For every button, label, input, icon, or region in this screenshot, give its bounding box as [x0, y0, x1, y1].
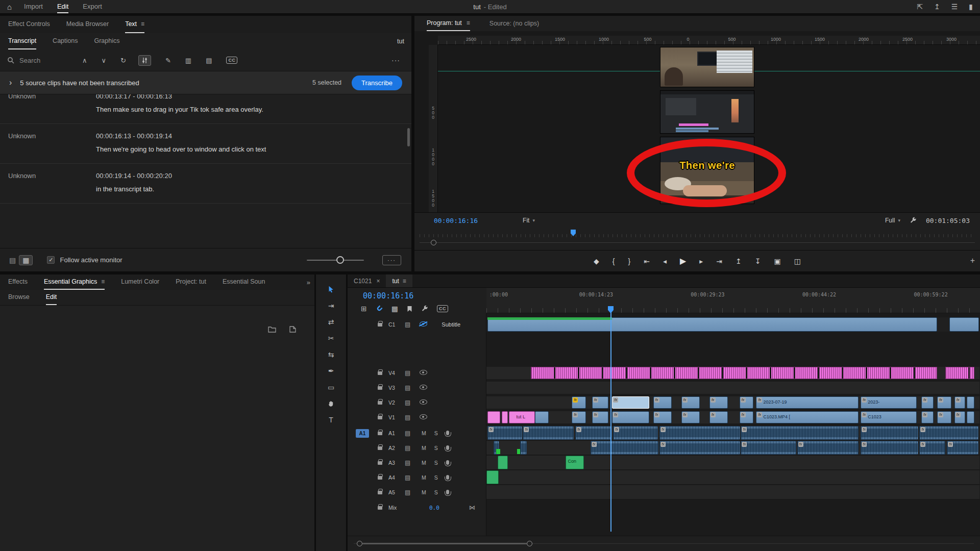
snap-icon[interactable] — [376, 305, 383, 312]
audio-clip[interactable] — [520, 441, 527, 455]
add-marker-button[interactable]: ◆ — [594, 258, 599, 265]
new-item-icon[interactable] — [289, 326, 296, 334]
transcript-segment[interactable]: Unknown00:00:16:13 - 00:00:19:14Then we'… — [0, 124, 411, 164]
type-tool[interactable]: T — [324, 414, 338, 425]
video-track-header[interactable]: V4▤ — [348, 367, 486, 379]
video-clip[interactable] — [487, 411, 500, 423]
transcript-speaker[interactable]: Unknown — [8, 132, 96, 153]
tab-transcript[interactable]: Transcript — [8, 33, 36, 49]
previous-match-icon[interactable]: ∧ — [82, 55, 87, 66]
audio-clip[interactable]: fx — [741, 426, 859, 440]
slip-tool[interactable]: ⇆ — [324, 349, 338, 360]
top-tab-export[interactable]: Export — [83, 0, 102, 13]
video-clip[interactable]: fx — [954, 396, 965, 409]
video-clip[interactable] — [502, 411, 508, 423]
mute-button[interactable]: M — [421, 489, 427, 495]
toggle-track-output-icon[interactable] — [420, 321, 427, 328]
mix-level-value[interactable]: 0.0 — [429, 505, 439, 511]
tab-graphics[interactable]: Graphics — [94, 33, 119, 49]
audio-track-lane[interactable] — [486, 470, 979, 485]
audio-clip[interactable] — [486, 470, 499, 484]
audio-clip[interactable]: fx — [741, 441, 796, 455]
transcript-scrollbar[interactable] — [407, 128, 410, 146]
video-track-lane[interactable] — [486, 382, 979, 394]
panel-tab-essential-soun[interactable]: Essential Soun — [223, 274, 265, 290]
mute-button[interactable]: M — [421, 445, 427, 451]
audio-track-header[interactable]: A4▤MS — [348, 470, 486, 485]
audio-clip[interactable]: fx — [487, 426, 522, 440]
mute-button[interactable]: M — [421, 460, 427, 466]
video-clip[interactable]: fx2023- — [861, 396, 917, 409]
audio-clip[interactable]: fx — [797, 441, 859, 455]
audio-clip[interactable]: fx — [523, 426, 573, 440]
scrollbar-thumb[interactable] — [362, 543, 527, 544]
video-clip[interactable]: fx — [572, 396, 586, 409]
lock-icon[interactable] — [378, 399, 382, 406]
text-size-slider[interactable] — [307, 256, 364, 264]
source-patch-icon[interactable]: ▤ — [405, 460, 410, 466]
video-track-header[interactable]: V3▤ — [348, 382, 486, 394]
sequence-tab-tut[interactable]: tut≡ — [386, 274, 412, 287]
edit-transcript-icon[interactable]: ✎ — [165, 55, 171, 66]
audio-clip[interactable]: fx — [591, 441, 658, 455]
extract-button[interactable]: ↧ — [755, 258, 761, 265]
timeline-playhead[interactable] — [610, 306, 611, 532]
toggle-track-output-icon[interactable] — [420, 414, 427, 420]
video-clip[interactable]: fx — [612, 396, 649, 409]
next-match-icon[interactable]: ∨ — [102, 55, 107, 66]
lock-icon[interactable] — [378, 460, 382, 466]
video-clip[interactable]: fx — [592, 411, 608, 423]
audio-clip[interactable] — [498, 456, 508, 469]
video-clip-sequence[interactable] — [531, 367, 937, 379]
more-options-icon[interactable]: ··· — [391, 57, 404, 64]
panel-tab-effects[interactable]: Effects — [8, 274, 28, 290]
audio-clip[interactable]: fx — [919, 441, 945, 455]
video-clip[interactable] — [535, 411, 549, 423]
video-clip[interactable]: fx — [709, 396, 728, 409]
panel-tab-effect-controls[interactable]: Effect Controls — [8, 16, 50, 33]
source-patch-icon[interactable]: ▤ — [405, 399, 410, 406]
video-clip[interactable]: fx — [653, 396, 672, 409]
panel-menu-icon[interactable]: ≡ — [101, 279, 105, 285]
transcript-segment[interactable]: Unknown00:00:13:17 - 00:00:16:13Then mak… — [0, 94, 411, 124]
mute-button[interactable]: M — [421, 430, 427, 436]
video-clip[interactable]: fx — [740, 396, 753, 409]
transcript-speaker[interactable]: Unknown — [8, 94, 96, 113]
timeline-settings-icon[interactable] — [421, 305, 428, 312]
transcript-settings-icon[interactable] — [138, 55, 151, 66]
source-patch-icon[interactable]: ▤ — [405, 489, 410, 495]
crossfade-icon[interactable]: ⋈ — [469, 505, 475, 511]
lock-icon[interactable] — [378, 474, 382, 481]
video-clip[interactable]: fx — [709, 411, 728, 423]
retranscribe-icon[interactable]: ↻ — [120, 55, 126, 66]
home-icon[interactable]: ⌂ — [7, 3, 12, 11]
tab-captions[interactable]: Captions — [53, 33, 78, 49]
play-button[interactable]: ▶ — [680, 257, 686, 265]
source-patch-icon[interactable]: ▤ — [405, 370, 410, 376]
program-zoom-bar[interactable] — [414, 239, 980, 246]
video-clip[interactable] — [967, 411, 974, 423]
tab-browse[interactable]: Browse — [8, 290, 30, 305]
step-forward-button[interactable]: ▸ — [699, 258, 703, 265]
scrollbar-left-handle[interactable] — [357, 541, 362, 546]
mic-icon[interactable] — [446, 445, 449, 451]
video-clip[interactable]: fxC1023 — [861, 411, 917, 423]
lock-icon[interactable] — [378, 370, 382, 376]
panel-tab-text[interactable]: Text≡ — [125, 16, 144, 33]
lock-icon[interactable] — [378, 321, 382, 328]
search-input[interactable] — [19, 57, 68, 64]
panel-tab-lumetri-color[interactable]: Lumetri Color — [121, 274, 159, 290]
razor-tool[interactable]: ✂ — [324, 333, 338, 344]
panel-tab-project-tut[interactable]: Project: tut — [176, 274, 206, 290]
mark-out-button[interactable]: } — [628, 258, 631, 265]
panel-overflow-icon[interactable]: » — [307, 274, 310, 290]
export-frame-button[interactable]: ▣ — [774, 258, 781, 265]
tab-edit[interactable]: Edit — [46, 290, 57, 305]
video-clip[interactable]: fx — [937, 411, 951, 423]
settings-wrench-icon[interactable] — [910, 217, 917, 224]
mark-in-button[interactable]: { — [612, 258, 615, 265]
rectangle-tool[interactable]: ▭ — [324, 382, 338, 393]
lock-icon[interactable] — [378, 445, 382, 451]
transcript-text[interactable]: Then make sure to drag in your Tik tok s… — [96, 106, 403, 113]
quick-export-icon[interactable]: ⇱ — [917, 3, 923, 10]
